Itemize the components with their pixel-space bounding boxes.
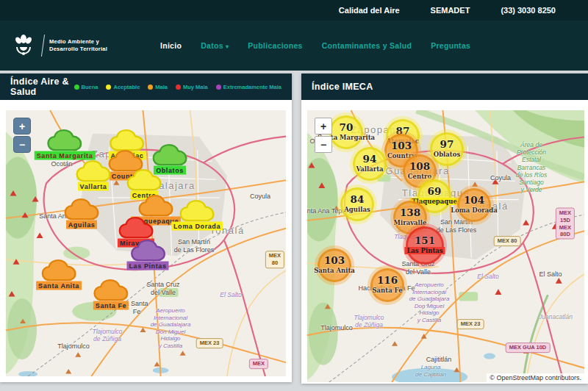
aire-salud-title: Índice Aire & Salud — [10, 76, 74, 97]
legend-item-extremadamente-mala: Extremadamente Mala — [216, 84, 282, 90]
nav-item-inicio[interactable]: Inicio — [160, 41, 182, 50]
legend-label: Extremadamente Mala — [223, 84, 282, 90]
road-badge-mex-80: MEX 80 — [265, 251, 284, 268]
legend-dot-icon — [148, 85, 153, 90]
nav-item-publicaciones[interactable]: Publicaciones — [248, 41, 303, 50]
map-zoom-controls: + − — [315, 118, 332, 153]
imeca-panel: Índice IMECA — [301, 73, 588, 384]
road-badge-mex-80: MEX 80 — [494, 236, 521, 246]
legend-item-muy-mala: Muy Mala — [176, 84, 208, 90]
road-badge-layer: MEX 80MEX 23MEX — [6, 110, 286, 376]
legend-dot-icon — [74, 85, 79, 90]
imeca-header: Índice IMECA — [301, 73, 588, 100]
zoom-in-button[interactable]: + — [13, 118, 31, 134]
legend-item-aceptable: Aceptable — [106, 84, 140, 90]
logo-divider — [41, 35, 45, 57]
product-name: Calidad del Aire — [339, 6, 400, 15]
legend-item-mala: Mala — [148, 84, 168, 90]
org-name: SEMADET — [431, 6, 470, 15]
legend-label: Muy Mala — [183, 84, 208, 90]
main-nav: InicioDatos▾PublicacionesContaminantes y… — [160, 41, 470, 50]
imeca-map[interactable]: + − © OpenStreetMap contributors. Zapopa… — [307, 110, 584, 382]
imeca-title: Índice IMECA — [312, 82, 373, 92]
app-header: Calidad del Aire SEMADET (33) 3030 8250 … — [0, 0, 588, 71]
top-utility-bar: Calidad del Aire SEMADET (33) 3030 8250 — [0, 0, 588, 21]
semadet-logo — [10, 32, 37, 59]
brand-line1: Medio Ambiente y — [49, 38, 107, 46]
road-badge-mex-23: MEX 23 — [457, 319, 484, 329]
legend-label: Mala — [155, 84, 168, 90]
osm-attribution[interactable]: © OpenStreetMap contributors. — [487, 373, 584, 382]
main-nav-bar: Medio Ambiente y Desarrollo Territorial … — [0, 21, 588, 71]
brand-line2: Desarrollo Territorial — [49, 46, 107, 53]
nav-item-datos[interactable]: Datos▾ — [201, 41, 229, 50]
legend-label: Aceptable — [113, 84, 140, 90]
aire-salud-map[interactable]: + − ZapopanOcotánGuadalajaraSanta AnaCoy… — [6, 110, 286, 376]
road-badge-mex-gua-10d: MEX GUA 10D — [506, 342, 551, 353]
zoom-in-button[interactable]: + — [315, 118, 332, 134]
road-badge-layer: MEX 15D MEX 80DMEX 80MEX 23MEX GUA 10D — [307, 110, 584, 382]
legend-dot-icon — [216, 85, 221, 90]
road-badge-mex-23: MEX 23 — [196, 338, 223, 348]
air-quality-legend: BuenaAceptableMalaMuy MalaExtremadamente… — [74, 84, 282, 90]
road-badge-mex-15d-mex-80d: MEX 15D MEX 80D — [556, 208, 575, 240]
nav-item-preguntas[interactable]: Preguntas — [431, 41, 470, 50]
zoom-out-button[interactable]: − — [13, 136, 31, 153]
nav-item-contaminantes-y-salud[interactable]: Contaminantes y Salud — [322, 41, 412, 50]
legend-label: Buena — [82, 84, 98, 90]
road-badge-mex: MEX — [249, 359, 268, 369]
legend-dot-icon — [106, 85, 111, 90]
legend-dot-icon — [176, 85, 181, 90]
aire-salud-header: Índice Aire & Salud BuenaAceptableMalaMu… — [0, 73, 292, 100]
brand-name: Medio Ambiente y Desarrollo Territorial — [49, 38, 107, 54]
legend-item-buena: Buena — [74, 84, 98, 90]
map-zoom-controls: + − — [13, 118, 31, 153]
phone-number: (33) 3030 8250 — [501, 6, 556, 15]
chevron-down-icon: ▾ — [226, 43, 229, 50]
zoom-out-button[interactable]: − — [315, 136, 332, 153]
aire-salud-panel: Índice Aire & Salud BuenaAceptableMalaMu… — [0, 73, 292, 382]
